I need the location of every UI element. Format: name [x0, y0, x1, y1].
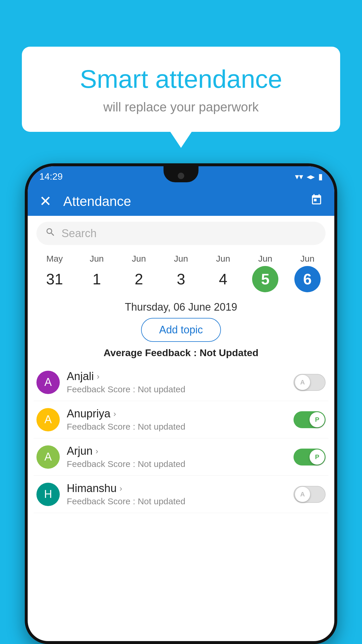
cal-month: Jun: [258, 254, 272, 264]
student-item[interactable]: AAnjali ›Feedback Score : Not updatedA: [34, 364, 328, 401]
app-header: ✕ Attendance: [28, 187, 334, 216]
signal-icon: ◂▸: [307, 172, 315, 181]
feedback-score: Feedback Score : Not updated: [67, 422, 294, 432]
calendar-day[interactable]: Jun6: [294, 254, 321, 292]
cal-month: Jun: [90, 254, 104, 264]
search-bar[interactable]: Search: [36, 222, 326, 245]
phone-screen: 14:29 ▾▾ ◂▸ ▮ ✕ Attendance: [28, 166, 334, 641]
speech-bubble: Smart attendance will replace your paper…: [22, 47, 340, 132]
camera: [178, 173, 184, 179]
student-item[interactable]: AAnupriya ›Feedback Score : Not updatedP: [34, 401, 328, 438]
avatar: A: [36, 371, 60, 394]
calendar-day[interactable]: Jun2: [126, 254, 152, 292]
avg-feedback-label: Average Feedback :: [103, 347, 199, 358]
chevron-icon: ›: [97, 372, 99, 381]
cal-num[interactable]: 4: [210, 266, 236, 292]
toggle-knob: A: [295, 375, 310, 390]
attendance-toggle[interactable]: A: [294, 374, 326, 391]
attendance-toggle[interactable]: A: [294, 486, 326, 503]
avg-feedback-value: Not Updated: [200, 347, 259, 358]
calendar-day[interactable]: Jun4: [210, 254, 236, 292]
attendance-toggle[interactable]: P: [294, 411, 326, 428]
cal-month: Jun: [132, 254, 146, 264]
selected-date: Thursday, 06 June 2019: [28, 301, 334, 313]
student-name: Anjali ›: [67, 370, 294, 383]
cal-num[interactable]: 1: [84, 266, 110, 292]
calendar-strip: May31Jun1Jun2Jun3Jun4Jun5Jun6: [28, 251, 334, 295]
toggle-knob: P: [310, 449, 325, 465]
avatar: A: [36, 445, 60, 469]
calendar-day[interactable]: May31: [41, 254, 68, 292]
feedback-score: Feedback Score : Not updated: [67, 459, 294, 469]
chevron-icon: ›: [96, 447, 98, 456]
student-info: Anjali ›Feedback Score : Not updated: [67, 370, 294, 394]
status-icons: ▾▾ ◂▸ ▮: [295, 172, 323, 181]
search-icon: [45, 227, 56, 240]
toggle-knob: A: [295, 487, 310, 502]
status-bar: 14:29 ▾▾ ◂▸ ▮: [28, 166, 334, 187]
wifi-icon: ▾▾: [295, 172, 303, 181]
close-button[interactable]: ✕: [39, 193, 52, 210]
bubble-subtitle: will replace your paperwork: [45, 100, 317, 114]
student-info: Anupriya ›Feedback Score : Not updated: [67, 407, 294, 432]
toggle-knob: P: [310, 412, 325, 427]
add-topic-button[interactable]: Add topic: [141, 318, 221, 342]
status-time: 14:29: [39, 171, 63, 182]
cal-num[interactable]: 6: [294, 266, 321, 292]
notch: [164, 166, 198, 182]
calendar-day[interactable]: Jun5: [252, 254, 278, 292]
chevron-icon: ›: [120, 484, 122, 493]
student-name: Arjun ›: [67, 445, 294, 457]
feedback-score: Feedback Score : Not updated: [67, 384, 294, 394]
cal-num[interactable]: 5: [252, 266, 278, 292]
bubble-title: Smart attendance: [45, 64, 317, 94]
cal-month: May: [46, 254, 63, 264]
cal-month: Jun: [216, 254, 230, 264]
cal-num[interactable]: 31: [41, 266, 68, 292]
student-list: AAnjali ›Feedback Score : Not updatedAAA…: [28, 364, 334, 513]
avg-feedback: Average Feedback : Not Updated: [28, 347, 334, 358]
calendar-day[interactable]: Jun3: [168, 254, 194, 292]
student-info: Himanshu ›Feedback Score : Not updated: [67, 482, 294, 506]
feedback-score: Feedback Score : Not updated: [67, 496, 294, 506]
phone-frame: 14:29 ▾▾ ◂▸ ▮ ✕ Attendance: [25, 163, 337, 644]
student-name: Himanshu ›: [67, 482, 294, 495]
calendar-icon[interactable]: [310, 194, 323, 209]
student-item[interactable]: HHimanshu ›Feedback Score : Not updatedA: [34, 476, 328, 513]
student-item[interactable]: AArjun ›Feedback Score : Not updatedP: [34, 438, 328, 476]
calendar-day[interactable]: Jun1: [84, 254, 110, 292]
cal-num[interactable]: 3: [168, 266, 194, 292]
cal-month: Jun: [300, 254, 314, 264]
chevron-icon: ›: [113, 409, 116, 419]
battery-icon: ▮: [318, 172, 323, 181]
cal-num[interactable]: 2: [126, 266, 152, 292]
attendance-toggle[interactable]: P: [294, 449, 326, 466]
avatar: A: [36, 408, 60, 431]
header-title: Attendance: [63, 193, 310, 209]
student-info: Arjun ›Feedback Score : Not updated: [67, 445, 294, 469]
cal-month: Jun: [174, 254, 188, 264]
avatar: H: [36, 483, 60, 506]
search-placeholder: Search: [61, 227, 96, 240]
student-name: Anupriya ›: [67, 407, 294, 420]
